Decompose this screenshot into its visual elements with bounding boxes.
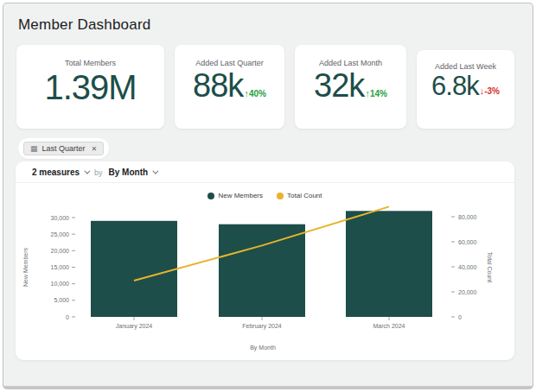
chart-panel-header: 2 measures by By Month xyxy=(16,161,514,183)
filter-chip-last-quarter[interactable]: ▦ Last Quarter ✕ xyxy=(23,142,104,155)
chevron-down-icon xyxy=(84,168,90,174)
kpi-value: 88k xyxy=(193,69,243,104)
legend-dot-new-members xyxy=(207,193,214,199)
kpi-delta-badge: ↑40% xyxy=(244,88,266,98)
measures-dropdown[interactable]: 2 measures xyxy=(32,168,88,177)
kpi-label: Added Last Month xyxy=(319,59,382,67)
kpi-delta-badge: ↓-3% xyxy=(480,85,500,96)
left-axis-tick-label: 25,000 xyxy=(51,231,70,237)
x-axis-label: January 2024 xyxy=(116,323,153,330)
chart-legend: New Members Total Count xyxy=(16,192,514,199)
left-axis-tick-label: 15,000 xyxy=(51,264,70,270)
legend-dot-total-count xyxy=(277,193,284,199)
kpi-card-row: Total Members 1.39M Added Last Quarter 8… xyxy=(16,45,533,129)
kpi-delta-value: 14% xyxy=(370,89,387,98)
right-axis-tick-label: 40,000 xyxy=(458,264,477,270)
left-axis-tick-label: 20,000 xyxy=(51,248,70,254)
right-axis-tick-label: 60,000 xyxy=(458,239,477,245)
legend-item-total-count[interactable]: Total Count xyxy=(277,192,322,199)
bar-0[interactable] xyxy=(91,221,177,317)
legend-item-new-members[interactable]: New Members xyxy=(207,192,263,199)
left-axis-title: New Members xyxy=(22,247,29,287)
left-axis-tick-label: 30,000 xyxy=(51,215,70,221)
close-icon[interactable]: ✕ xyxy=(92,145,98,153)
filter-bar: ▦ Last Quarter ✕ xyxy=(18,138,533,159)
bar-2[interactable] xyxy=(346,211,432,317)
bar-1[interactable] xyxy=(219,224,305,317)
chart-svg: 05,00010,00015,00020,00025,00030,000020,… xyxy=(16,201,514,355)
kpi-value: 32k xyxy=(314,69,364,104)
bar-line-chart: 05,00010,00015,00020,00025,00030,000020,… xyxy=(16,201,514,355)
by-label: by xyxy=(94,168,103,177)
kpi-label: Added Last Week xyxy=(435,62,496,71)
chart-panel: 2 measures by By Month New Members Total… xyxy=(16,161,514,360)
right-axis-tick-label: 80,000 xyxy=(458,214,477,220)
kpi-card-added-last-week: Added Last Week 6.8k ↓-3% xyxy=(417,50,514,129)
kpi-delta-value: -3% xyxy=(484,86,500,96)
legend-label: Total Count xyxy=(287,192,322,199)
left-axis-tick-label: 10,000 xyxy=(51,281,70,287)
right-axis-title: Total Count xyxy=(487,252,493,282)
measures-dropdown-label: 2 measures xyxy=(32,168,80,177)
kpi-value: 6.8k xyxy=(431,73,479,101)
kpi-label: Total Members xyxy=(65,59,116,67)
x-axis-label: February 2024 xyxy=(242,323,282,330)
group-by-dropdown-label: By Month xyxy=(109,168,149,177)
page-title: Member Dashboard xyxy=(18,16,533,34)
right-axis-tick-label: 0 xyxy=(458,314,462,320)
left-axis-tick-label: 5,000 xyxy=(54,297,69,303)
kpi-card-total-members: Total Members 1.39M xyxy=(16,45,164,129)
dashboard-window: Member Dashboard Total Members 1.39M Add… xyxy=(3,3,533,389)
chevron-down-icon xyxy=(152,168,158,174)
left-axis-tick-label: 0 xyxy=(66,314,69,320)
x-axis-label: March 2024 xyxy=(373,323,405,329)
filter-chip-label: Last Quarter xyxy=(42,144,86,153)
kpi-card-added-last-month: Added Last Month 32k ↑14% xyxy=(295,45,406,129)
kpi-card-added-last-quarter: Added Last Quarter 88k ↑40% xyxy=(175,45,284,129)
legend-label: New Members xyxy=(218,192,263,199)
filter-chip-container: ▦ Last Quarter ✕ xyxy=(18,138,109,159)
right-axis-tick-label: 20,000 xyxy=(458,289,477,295)
x-axis-title: By Month xyxy=(250,345,276,351)
kpi-value: 1.39M xyxy=(44,69,136,105)
kpi-delta-value: 40% xyxy=(249,89,266,98)
kpi-label: Added Last Quarter xyxy=(195,59,264,67)
kpi-delta-badge: ↑14% xyxy=(365,88,387,98)
group-by-dropdown[interactable]: By Month xyxy=(109,168,157,177)
calendar-grid-icon: ▦ xyxy=(30,145,38,153)
